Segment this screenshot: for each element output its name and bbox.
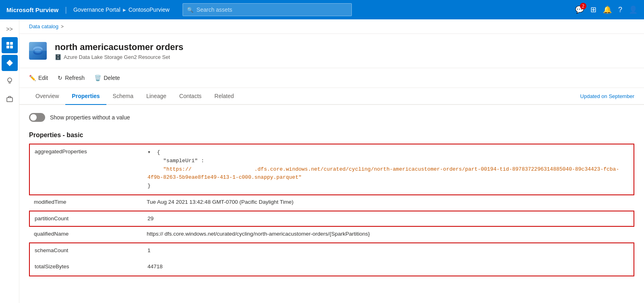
search-icon: 🔍 [187,7,193,13]
svg-point-4 [8,78,12,82]
search-input[interactable] [197,6,347,13]
svg-rect-0 [6,42,9,45]
json-arrow-brace: ▾ { [147,149,160,155]
asset-subtitle: 🗄️ Azure Data Lake Storage Gen2 Resource… [55,54,634,60]
prop-key-aggregated: aggregatedProperties [30,144,143,194]
svg-rect-3 [10,46,13,48]
search-container[interactable]: 🔍 [183,3,352,16]
delete-label: Delete [104,75,120,81]
sidebar-item-catalog[interactable] [2,55,18,71]
tab-schema[interactable]: Schema [106,88,140,105]
delete-icon: 🗑️ [94,75,101,81]
edit-button[interactable]: ✏️ Edit [29,73,48,83]
toolbar: ✏️ Edit ↻ Refresh 🗑️ Delete [19,68,644,88]
user-icon[interactable]: 👤 [629,5,638,14]
main-content: Data catalog > north americacus [19,19,644,303]
top-navigation: Microsoft Purview | Governance Portal ▶ … [0,0,644,19]
sidebar-item-briefcase[interactable] [2,90,18,107]
prop-val-aggregated: ▾ { "sampleUri" : "https:// .dfs.core.wi… [143,144,634,194]
prop-key-schema-count: schemaCount [30,243,143,259]
adls-icon [29,42,47,60]
prop-val-modified-time: Tue Aug 24 2021 13:42:48 GMT-0700 (Pacif… [142,195,634,211]
bell-icon[interactable]: 🔔 [603,5,612,14]
json-block: ▾ { "sampleUri" : "https:// .dfs.core.wi… [147,148,629,190]
json-indent [147,158,160,164]
tab-lineage[interactable]: Lineage [140,88,173,105]
json-close-brace: } [147,183,151,189]
main-layout: >> [0,19,644,303]
toggle-label: Show properties without a value [50,114,130,121]
svg-rect-2 [6,46,9,48]
breadcrumb-catalog-link[interactable]: Data catalog [29,23,58,29]
toggle-row: Show properties without a value [29,113,634,122]
tab-properties[interactable]: Properties [65,88,106,105]
json-sample-uri-key: "sampleUri" : [163,158,204,164]
prop-row-total-size: totalSizeBytes 44718 [30,259,634,276]
asset-title: north americacustomer orders [55,42,634,52]
sidebar-item-home[interactable] [2,37,18,53]
prop-group-schema-size: schemaCount 1 totalSizeBytes 44718 [29,242,634,276]
chat-badge: 2 [580,3,586,9]
nav-chevron-icon: ▶ [123,8,126,12]
json-sample-uri-value[interactable]: "https:// .dfs.core.windows.net/curated/… [147,166,619,181]
properties-section: aggregatedProperties ▾ { "sampleUri" : "… [29,144,634,276]
asset-type-icon: 🗄️ [55,54,61,60]
asset-header: north americacustomer orders 🗄️ Azure Da… [19,34,644,68]
asset-info: north americacustomer orders 🗄️ Azure Da… [55,42,634,60]
prop-val-qualified-name: https:// dfs.core.windows.net/curated/cy… [142,227,634,242]
asset-type-label: Azure Data Lake Storage Gen2 Resource Se… [64,54,170,60]
last-updated: Updated on September [580,93,634,104]
grid-icon[interactable]: ⊞ [590,5,596,14]
sidebar-toggle[interactable]: >> [3,23,16,36]
prop-row-aggregated: aggregatedProperties ▾ { "sampleUri" : "… [29,144,634,195]
asset-icon-container [29,42,48,61]
tab-contacts[interactable]: Contacts [173,88,208,105]
chat-icon[interactable]: 💬 2 [575,5,584,14]
prop-row-schema-count: schemaCount 1 [30,243,634,259]
sidebar: >> [0,19,19,303]
prop-val-total-size: 44718 [143,259,634,276]
tab-overview[interactable]: Overview [29,88,65,105]
tab-related[interactable]: Related [208,88,240,105]
json-indent2 [147,166,160,172]
prop-key-qualified-name: qualifiedName [29,227,142,242]
nav-breadcrumb: Governance Portal ▶ ContosoPurview [73,6,170,13]
edit-icon: ✏️ [29,75,36,81]
breadcrumb: Data catalog > [19,19,644,34]
help-icon[interactable]: ? [618,6,622,14]
breadcrumb-separator: > [61,24,64,29]
brand-title: Microsoft Purview [6,6,58,13]
delete-button[interactable]: 🗑️ Delete [94,73,120,83]
refresh-button[interactable]: ↻ Refresh [58,73,85,83]
tabs-bar: Overview Properties Schema Lineage Conta… [19,88,644,105]
show-empty-toggle[interactable] [29,113,45,122]
toggle-knob [30,114,37,121]
portal-label: Governance Portal [73,6,120,13]
aggregated-key-label: aggregatedProperties [35,148,87,155]
properties-content: Show properties without a value Properti… [19,105,644,284]
prop-row-modified-time: modifiedTime Tue Aug 24 2021 13:42:48 GM… [29,195,634,211]
svg-rect-1 [10,42,13,45]
refresh-icon: ↻ [58,75,62,81]
prop-row-partition-count: partitionCount 29 [29,211,634,227]
nav-icons: 💬 2 ⊞ 🔔 ? 👤 [575,5,638,14]
edit-label: Edit [38,75,48,81]
svg-rect-5 [7,98,12,102]
prop-key-modified-time: modifiedTime [29,195,142,211]
prop-key-partition-count: partitionCount [30,211,143,226]
sidebar-item-bulb[interactable] [2,73,18,89]
prop-key-total-size: totalSizeBytes [30,259,143,276]
svg-point-9 [35,49,41,52]
refresh-label: Refresh [65,75,85,81]
section-title: Properties - basic [29,132,634,139]
prop-row-qualified-name: qualifiedName https:// dfs.core.windows.… [29,227,634,243]
nav-divider: | [65,6,67,14]
prop-val-schema-count: 1 [143,243,634,259]
tenant-label: ContosoPurview [129,6,170,13]
prop-val-partition-count: 29 [143,211,634,226]
